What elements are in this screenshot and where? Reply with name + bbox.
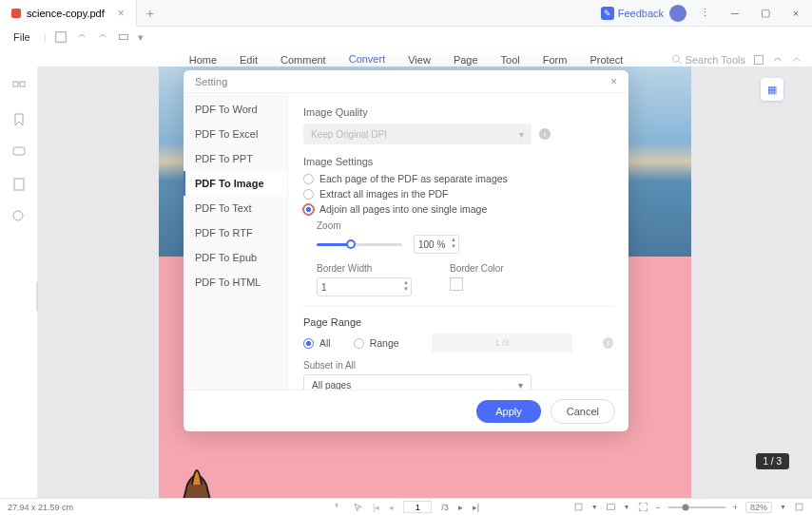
feedback-button[interactable]: ✎ Feedback — [601, 7, 664, 20]
hand-tool-icon[interactable] — [333, 502, 343, 512]
radio-separate-images[interactable]: Each page of the PDF as separate images — [303, 173, 613, 184]
sidebar-item-pdf-to-ppt[interactable]: PDF To PPT — [184, 146, 287, 171]
sidebar-item-pdf-to-image[interactable]: PDF To Image — [184, 171, 287, 196]
zoom-out-icon[interactable]: − — [656, 503, 661, 512]
sidebar-item-pdf-to-epub[interactable]: PDF To Epub — [184, 245, 287, 270]
fit-page-icon[interactable] — [606, 502, 616, 512]
maximize-button[interactable]: ▢ — [753, 1, 778, 26]
fullscreen-icon[interactable] — [638, 502, 648, 512]
dialog-title: Setting — [195, 76, 227, 87]
comment-panel-icon[interactable] — [11, 144, 27, 160]
user-avatar[interactable] — [669, 5, 686, 22]
border-width-stepper[interactable]: 1 ▲▼ — [317, 277, 412, 296]
thumbnails-icon[interactable] — [11, 80, 27, 95]
pdf-icon — [11, 9, 21, 18]
search-icon — [671, 54, 682, 65]
dialog-close-button[interactable]: × — [610, 75, 617, 88]
page-range-label: Page Range — [303, 316, 613, 328]
zoom-in-icon[interactable]: + — [733, 503, 738, 512]
close-window-button[interactable]: × — [783, 1, 808, 26]
stepper-arrows-icon[interactable]: ▲▼ — [403, 279, 409, 293]
zoom-percent[interactable]: 82% — [745, 502, 772, 513]
border-width-label: Border Width — [317, 263, 412, 274]
undo-icon[interactable] — [75, 30, 88, 44]
file-menu[interactable]: File — [8, 31, 36, 43]
radio-adjoin-pages[interactable]: Adjoin all pages into one single image — [303, 203, 613, 215]
radio-icon — [303, 338, 314, 349]
page-dimensions: 27.94 x 21.59 cm — [8, 503, 73, 512]
zoom-dropdown-icon[interactable]: ▼ — [780, 504, 786, 510]
sidebar-item-pdf-to-rtf[interactable]: PDF To RTF — [184, 220, 287, 245]
save-icon[interactable] — [54, 30, 68, 44]
search-placeholder: Search Tools — [686, 54, 745, 66]
apply-button[interactable]: Apply — [476, 400, 541, 423]
info-icon[interactable]: i — [539, 128, 551, 140]
radio-page-range[interactable]: Range — [354, 337, 399, 349]
cancel-button[interactable]: Cancel — [551, 399, 615, 424]
dialog-sidebar: PDF To Word PDF To Excel PDF To PPT PDF … — [184, 93, 288, 390]
zoom-stepper[interactable]: 100 % ▲▼ — [414, 235, 459, 254]
subset-dropdown[interactable]: All pages — [303, 374, 532, 390]
last-page-icon[interactable]: ▸| — [473, 503, 479, 512]
total-pages: /3 — [441, 503, 449, 512]
info-icon[interactable]: i — [603, 337, 613, 349]
next-page-icon[interactable]: ▸ — [458, 503, 463, 512]
collapse-ribbon-icon[interactable] — [791, 54, 802, 66]
tab-close-icon[interactable]: × — [118, 7, 125, 20]
left-rail — [0, 67, 38, 498]
attachment-icon[interactable] — [11, 177, 27, 192]
svg-rect-0 — [55, 32, 66, 43]
svg-rect-11 — [607, 505, 614, 510]
zoom-slider-thumb[interactable] — [346, 239, 356, 249]
reading-mode-icon[interactable] — [794, 502, 804, 512]
sidebar-item-pdf-to-text[interactable]: PDF To Text — [184, 196, 287, 220]
sidebar-item-pdf-to-html[interactable]: PDF To HTML — [184, 270, 287, 295]
image-quality-dropdown: Keep Original DPI — [303, 124, 532, 144]
radio-all-pages[interactable]: All — [303, 337, 331, 349]
current-page-input[interactable] — [403, 501, 432, 513]
prev-page-icon[interactable]: ◂ — [389, 503, 394, 512]
radio-icon — [354, 338, 364, 349]
view-dropdown-icon[interactable]: ▼ — [591, 504, 598, 510]
svg-rect-1 — [119, 34, 127, 39]
zoom-slider[interactable] — [668, 506, 725, 508]
search-tools[interactable]: Search Tools — [671, 54, 745, 66]
minimize-button[interactable]: ─ — [723, 1, 747, 26]
document-tab[interactable]: science-copy.pdf × — [0, 0, 137, 27]
border-color-label: Border Color — [450, 263, 504, 274]
sidebar-item-pdf-to-excel[interactable]: PDF To Excel — [184, 122, 287, 146]
redo-icon[interactable] — [96, 30, 109, 44]
cloud-icon[interactable] — [772, 54, 783, 66]
tab-name: science-copy.pdf — [27, 8, 105, 19]
select-tool-icon[interactable] — [353, 502, 363, 512]
dialog-header: Setting × — [184, 70, 628, 93]
sidebar-item-pdf-to-word[interactable]: PDF To Word — [184, 97, 287, 122]
volcano-illustration — [159, 447, 235, 498]
radio-extract-images[interactable]: Extract all images in the PDF — [303, 188, 613, 200]
statusbar: 27.94 x 21.59 cm |◂ ◂ /3 ▸ ▸| ▼ ▼ − + 82… — [0, 498, 812, 515]
svg-rect-12 — [796, 504, 802, 510]
first-page-icon[interactable]: |◂ — [373, 503, 379, 512]
svg-line-3 — [678, 62, 681, 65]
page-indicator-badge: 1 / 3 — [756, 453, 789, 469]
print-icon[interactable] — [117, 30, 130, 44]
add-tab-button[interactable]: + — [137, 6, 164, 21]
view-mode-icon[interactable] — [573, 502, 584, 512]
share-icon[interactable] — [753, 54, 764, 66]
stepper-arrows-icon[interactable]: ▲▼ — [451, 237, 456, 250]
feedback-label: Feedback — [618, 8, 664, 19]
svg-rect-7 — [13, 147, 25, 155]
svg-rect-10 — [575, 504, 582, 510]
zoom-slider[interactable] — [317, 243, 402, 246]
bookmark-icon[interactable] — [11, 112, 27, 127]
zoom-thumb[interactable] — [682, 504, 688, 510]
radio-icon — [303, 204, 314, 215]
radio-icon — [303, 189, 314, 200]
fit-dropdown-icon[interactable]: ▼ — [624, 504, 630, 510]
border-color-swatch[interactable] — [450, 277, 463, 291]
search-panel-icon[interactable] — [11, 209, 27, 224]
kebab-menu-icon[interactable]: ⋮ — [692, 1, 717, 26]
floating-tool-icon[interactable]: ▦ — [761, 78, 783, 101]
menubar-more-icon[interactable]: ▾ — [138, 31, 144, 44]
svg-point-9 — [13, 211, 23, 220]
